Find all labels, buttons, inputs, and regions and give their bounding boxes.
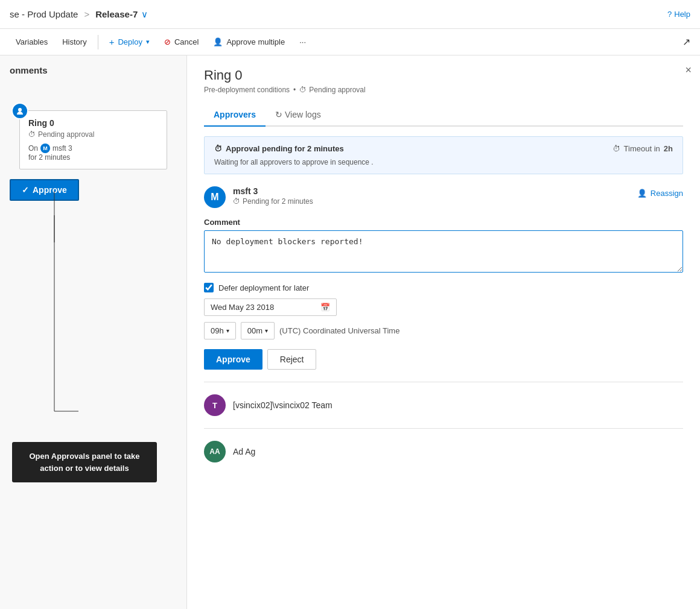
section-divider	[204, 382, 683, 382]
reject-action-button[interactable]: Reject	[267, 349, 317, 370]
toolbar: Variables History + Deploy ▾ ⊘ Cancel 👤 …	[0, 29, 700, 55]
subtitle-dot: •	[293, 86, 296, 94]
more-button[interactable]: ···	[293, 34, 312, 50]
subtitle-conditions: Pre-deployment conditions	[204, 86, 290, 94]
help-label: Help	[674, 10, 690, 19]
extra-approver-0-avatar: T	[204, 394, 226, 416]
section-divider-2	[204, 428, 683, 429]
action-buttons: Approve Reject	[204, 349, 683, 370]
toolbar-divider	[98, 35, 98, 49]
variables-button[interactable]: Variables	[10, 34, 54, 50]
timeout-label: Timeout in	[624, 144, 660, 153]
variables-label: Variables	[16, 37, 48, 46]
approve-multiple-label: Approve multiple	[226, 37, 285, 46]
timeout-clock-icon: ⏱	[612, 144, 620, 153]
timezone-label: (UTC) Coordinated Universal Time	[279, 326, 399, 335]
right-panel: × Ring 0 Pre-deployment conditions • ⏱ P…	[187, 55, 700, 609]
comment-textarea[interactable]: No deployment blockers reported!	[204, 230, 683, 273]
person-icon: 👤	[213, 37, 223, 46]
cancel-icon: ⊘	[164, 37, 171, 46]
approve-multiple-button[interactable]: 👤 Approve multiple	[207, 34, 291, 50]
date-value: Wed May 23 2018	[211, 303, 274, 312]
chevron-down-icon[interactable]: ∨	[141, 9, 148, 20]
cancel-label: Cancel	[174, 37, 199, 46]
history-label: History	[62, 37, 86, 46]
defer-row: Defer deployment for later	[204, 283, 683, 292]
extra-approver-0: T [vsincix02]\vsincix02 Team	[204, 394, 683, 416]
panel-tabs: Approvers ↻ View logs	[204, 104, 683, 127]
minute-select[interactable]: 00m ▾	[241, 322, 275, 339]
stage-duration: for 2 minutes	[28, 153, 158, 162]
close-button[interactable]: ×	[685, 64, 692, 77]
info-bar-subtitle: Waiting for all approvers to approve in …	[214, 158, 374, 166]
panel-title: Ring 0	[204, 68, 683, 83]
stage-avatar	[11, 103, 28, 119]
extra-approver-0-name: [vsincix02]\vsincix02 Team	[233, 400, 332, 410]
msft-badge: M	[40, 144, 50, 153]
cancel-button[interactable]: ⊘ Cancel	[158, 34, 205, 50]
msft-user: msft 3	[52, 144, 72, 153]
deploy-label: Deploy	[118, 37, 142, 46]
stage-meta: On M msft 3 for 2 minutes	[28, 144, 158, 162]
svg-point-0	[18, 108, 22, 112]
panel-content: Ring 0 Pre-deployment conditions • ⏱ Pen…	[187, 55, 700, 482]
stage-card[interactable]: Ring 0 ⏱ Pending approval On M msft 3 fo…	[19, 110, 167, 169]
expand-icon[interactable]: ↗	[682, 36, 690, 48]
defer-checkbox[interactable]	[204, 283, 214, 292]
approver-avatar: M	[204, 186, 226, 208]
extra-approver-1: AA Ad Ag	[204, 441, 683, 462]
minute-chevron-icon: ▾	[265, 327, 268, 334]
breadcrumb-prefix: se - Prod Update	[10, 9, 78, 19]
on-label: On	[28, 144, 38, 153]
info-bar-left: ⏱ Approval pending for 2 minutes Waiting…	[214, 144, 374, 166]
left-approve-button[interactable]: ✓ Approve	[10, 179, 79, 201]
panel-section-title: onments	[0, 55, 186, 80]
hour-chevron-icon: ▾	[226, 327, 229, 334]
date-input-row: Wed May 23 2018 📅	[204, 298, 683, 316]
approver-clock-icon: ⏱	[233, 197, 240, 206]
extra-approver-1-name: Ad Ag	[233, 447, 255, 456]
history-button[interactable]: History	[56, 34, 92, 50]
tab-approvers[interactable]: Approvers	[204, 104, 266, 127]
deploy-chevron-icon: ▾	[146, 38, 150, 46]
approver-name: msft 3	[233, 186, 630, 196]
timeout-value: 2h	[664, 144, 673, 153]
info-bar: ⏱ Approval pending for 2 minutes Waiting…	[204, 136, 683, 174]
check-icon: ✓	[22, 185, 29, 195]
panel-subtitle: Pre-deployment conditions • ⏱ Pending ap…	[204, 86, 683, 94]
left-panel: onments Ring 0 ⏱ Pending approval On	[0, 55, 187, 609]
info-clock-icon: ⏱	[214, 144, 222, 153]
deploy-button[interactable]: + Deploy ▾	[103, 33, 156, 51]
reassign-button[interactable]: 👤 Reassign	[637, 186, 683, 200]
stage-status: ⏱ Pending approval	[28, 130, 158, 139]
breadcrumb: se - Prod Update > Release-7 ∨	[10, 9, 148, 20]
refresh-icon: ↻	[275, 110, 282, 119]
comment-label: Comment	[204, 218, 683, 227]
info-bar-title: ⏱ Approval pending for 2 minutes	[214, 144, 374, 153]
minute-value: 00m	[247, 326, 262, 335]
tooltip-text: Open Approvals panel to take action or t…	[29, 452, 139, 473]
hour-value: 09h	[211, 326, 224, 335]
subtitle-pending-status: ⏱ Pending approval	[299, 86, 365, 94]
hour-select[interactable]: 09h ▾	[204, 322, 236, 339]
approver-info: msft 3 ⏱ Pending for 2 minutes	[233, 186, 630, 206]
stage-name: Ring 0	[28, 118, 158, 128]
help-button[interactable]: ? Help	[667, 10, 690, 19]
tab-view-logs[interactable]: ↻ View logs	[266, 104, 331, 127]
approve-btn-container: ✓ Approve	[10, 179, 177, 201]
time-row: 09h ▾ 00m ▾ (UTC) Coordinated Universal …	[204, 322, 683, 339]
tooltip-box: Open Approvals panel to take action or t…	[12, 442, 157, 482]
info-bar-right: ⏱ Timeout in 2h	[612, 144, 673, 153]
subtitle-clock-icon: ⏱	[299, 86, 307, 94]
help-icon: ?	[667, 10, 672, 19]
approve-action-button[interactable]: Approve	[204, 349, 262, 370]
approve-btn-label: Approve	[33, 185, 67, 195]
date-input[interactable]: Wed May 23 2018 📅	[204, 298, 337, 316]
more-icon: ···	[299, 37, 306, 46]
extra-approver-1-avatar: AA	[204, 441, 226, 462]
breadcrumb-sep: >	[84, 9, 89, 19]
release-name: Release-7	[95, 9, 138, 19]
calendar-icon: 📅	[320, 303, 330, 312]
approver-status: ⏱ Pending for 2 minutes	[233, 197, 630, 206]
defer-label: Defer deployment for later	[218, 283, 309, 292]
